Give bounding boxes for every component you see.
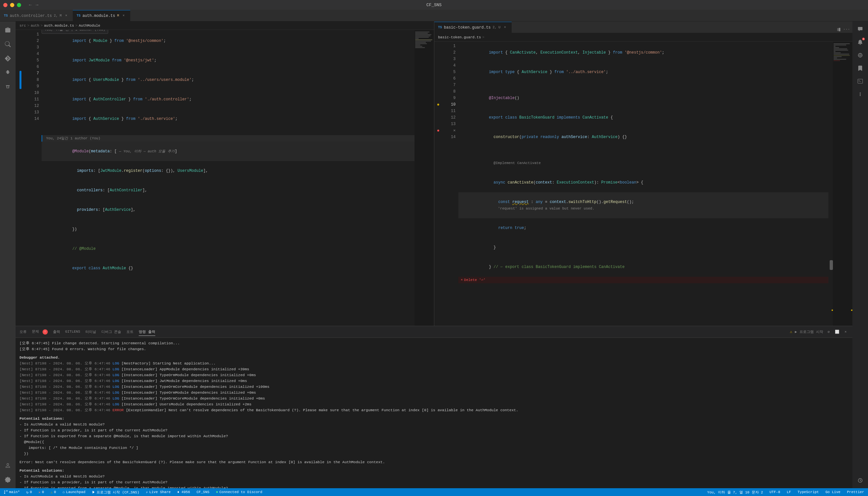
- code-line-11: }): [42, 220, 415, 239]
- sync-icon: ↻: [26, 490, 29, 494]
- statusbar-discord[interactable]: ● Connected to Discord: [215, 488, 264, 496]
- log-nest-4: [Nest] 87198 - 2024. 08. 06. 오후 6:47:46 …: [19, 378, 849, 384]
- tab-basic-token-guard[interactable]: TS basic-token.guard.ts 2, U ×: [434, 22, 512, 33]
- code-line-5: import { AuthService } from './auth.serv…: [42, 109, 415, 129]
- breadcrumb-file[interactable]: auth.module.ts: [44, 24, 74, 28]
- code-line-3: import { UsersModule } from '../users/us…: [42, 70, 415, 90]
- code-line-r12: }: [459, 238, 829, 257]
- activity-icon-debug[interactable]: [2, 67, 14, 79]
- bottom-panel: 오류 문제 ! 출력 GITLENS 터미널 디버그 콘솔 포트 명령 출력 ⚠…: [16, 326, 852, 488]
- breadcrumb-file-right[interactable]: basic-token.guard.ts: [438, 35, 481, 39]
- code-line-r3: [459, 82, 829, 88]
- minimize-button[interactable]: [10, 3, 14, 7]
- tab-auth-controller[interactable]: TS auth.controller.ts 2, M ×: [0, 10, 73, 21]
- code-line-10: providers: [AuthService],: [42, 200, 415, 220]
- tab-auth-module[interactable]: TS auth.module.ts M ×: [73, 10, 130, 21]
- statusbar-left: main* ↻ 0 ✕ 0 ⚠ 0 ⌂ Launchpad 프로그램 시작 (C…: [3, 488, 263, 496]
- tab-close-icon[interactable]: ×: [64, 13, 69, 18]
- statusbar-errors[interactable]: ✕ 0: [37, 488, 45, 496]
- more-actions-button[interactable]: ···: [843, 26, 850, 33]
- panel-close-button[interactable]: ×: [843, 329, 849, 335]
- activity-icon-explorer[interactable]: [2, 24, 14, 36]
- error-gutter-dot: [437, 129, 439, 131]
- side-icon-notification[interactable]: 1: [855, 37, 865, 47]
- activity-bottom: [2, 460, 14, 488]
- activity-icon-account[interactable]: [2, 460, 14, 471]
- panel-maximize-button[interactable]: ⬜: [834, 329, 840, 335]
- breadcrumb-auth[interactable]: auth: [31, 24, 39, 28]
- side-icon-gitlens[interactable]: [855, 475, 865, 485]
- panel-tab-cmdoutput[interactable]: 명령 출력: [139, 328, 155, 336]
- panel-tab-problems[interactable]: 문제 !: [32, 328, 48, 336]
- side-icon-remote[interactable]: [855, 50, 865, 60]
- nav-back-button[interactable]: ←: [28, 2, 33, 8]
- code-line-r4: @Injectable(): [459, 88, 829, 108]
- side-icon-terminal[interactable]: [855, 76, 865, 87]
- log-sol-3: - If Function is exported from a separat…: [19, 433, 849, 439]
- panel-tab-output[interactable]: 출력: [53, 328, 60, 336]
- log-nest-2: [Nest] 87198 - 2024. 08. 06. 오후 6:47:46 …: [19, 367, 849, 372]
- close-button[interactable]: [3, 3, 7, 7]
- split-editor-button[interactable]: [836, 26, 842, 33]
- statusbar-eol[interactable]: LF: [786, 488, 792, 496]
- activity-icon-search[interactable]: [2, 38, 14, 50]
- ts-icon: TS: [4, 14, 8, 17]
- statusbar-launchpad[interactable]: ⌂ Launchpad: [61, 488, 87, 496]
- svg-point-1: [860, 93, 861, 94]
- side-icon-more[interactable]: [855, 89, 865, 99]
- log-line-1: [오후 6:47:45] File change detected. Start…: [19, 340, 849, 346]
- panel-tab-debugconsole[interactable]: 디버그 콘솔: [102, 328, 122, 336]
- scrollbar-thumb[interactable]: [830, 260, 833, 270]
- statusbar-sync[interactable]: ↻ 0: [25, 488, 33, 496]
- activity-icon-settings[interactable]: [2, 474, 14, 485]
- svg-point-3: [860, 95, 861, 96]
- panel-tab-ports[interactable]: 포트: [126, 328, 134, 336]
- statusbar-encoding[interactable]: UTF-8: [768, 488, 781, 496]
- log-nest-error: [Nest] 87198 - 2024. 08. 06. 오후 6:47:46 …: [19, 407, 849, 413]
- code-line-r5: export class BasicTokenGuard implements …: [459, 108, 829, 127]
- minimap-lines-right: [833, 42, 852, 63]
- code-line-6: [42, 129, 415, 135]
- breadcrumb-left: src > auth > auth.module.ts > AuthModule: [16, 21, 434, 30]
- statusbar-port[interactable]: ♦ 4956: [176, 488, 191, 496]
- log-code-3: }): [19, 451, 849, 457]
- maximize-button[interactable]: [17, 3, 21, 7]
- titlebar: ← → CF_SNS: [0, 0, 868, 10]
- code-line-12: // @Module: [42, 239, 415, 259]
- side-icon-chat[interactable]: [855, 24, 865, 34]
- git-blame-tooltip: You, 44줄 전 | 1 author (You): [42, 30, 108, 34]
- warning-count-icon: ⚠: [50, 490, 52, 494]
- tab-close-icon[interactable]: ×: [121, 13, 126, 18]
- statusbar-warnings[interactable]: ⚠ 0: [49, 488, 57, 496]
- nav-forward-button[interactable]: →: [34, 2, 39, 8]
- statusbar-golive[interactable]: Go Live: [824, 488, 842, 496]
- statusbar-liveshare[interactable]: ⚡ Live Share: [144, 488, 172, 496]
- panel-tab-gitlens[interactable]: GITLENS: [65, 328, 80, 335]
- breadcrumb-src[interactable]: src: [19, 24, 26, 28]
- statusbar-position[interactable]: You, 이하 줄 7, 열 10 문자 2: [706, 488, 764, 496]
- panel-tab-errors[interactable]: 오류: [19, 328, 27, 336]
- panel-clear-button[interactable]: ⊘: [826, 329, 832, 335]
- code-line-r10: const request : any = context.switchToHt…: [459, 192, 829, 218]
- breadcrumb-right: basic-token.guard.ts >: [434, 33, 853, 42]
- statusbar-branch[interactable]: main*: [3, 488, 21, 496]
- code-line-4: import { AuthController } from './auth.c…: [42, 90, 415, 109]
- activity-icon-git[interactable]: [2, 52, 14, 64]
- code-line-r9: async canActivate(context: ExecutionCont…: [459, 173, 829, 192]
- editor-toolbar: ···: [836, 26, 852, 33]
- panel-content[interactable]: [오후 6:47:45] File change detected. Start…: [16, 338, 852, 488]
- panel-tab-terminal[interactable]: 터미널: [86, 328, 96, 336]
- activity-icon-extensions[interactable]: [2, 81, 14, 93]
- warning-gutter-dot: [437, 104, 439, 106]
- statusbar-debug-session[interactable]: 프로그램 시작 (CF_SNS): [91, 488, 141, 496]
- breadcrumb-class[interactable]: AuthModule: [79, 24, 100, 28]
- statusbar-prettier[interactable]: Prettier: [846, 488, 865, 496]
- main-area: src > auth > auth.module.ts > AuthModule: [0, 21, 868, 488]
- side-icon-bookmark[interactable]: [855, 63, 865, 73]
- tab-badge: 2, U: [493, 26, 500, 29]
- log-debugger-attached: Debugger attached.: [19, 355, 849, 360]
- tab-close-icon[interactable]: ×: [502, 25, 508, 30]
- start-button[interactable]: ▶: [795, 330, 797, 334]
- statusbar-language[interactable]: TypeScript: [796, 488, 820, 496]
- statusbar-project[interactable]: CF_SNS: [195, 488, 211, 496]
